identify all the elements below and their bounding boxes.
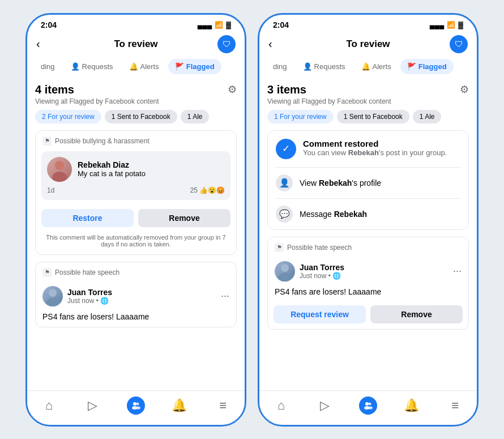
post-user-info-hate-1: Juan Torres Just now • 🌐 (42, 286, 112, 306)
post-text-rebekah-1: My cat is a fat potato (78, 169, 146, 178)
post-meta-1: 1d 25 👍😮😡 (47, 186, 225, 194)
items-count-1: 4 items (35, 83, 74, 96)
nav-bell-2[interactable]: 🔔 (399, 397, 424, 415)
message-icon-2: 💬 (276, 206, 293, 223)
nav-video-2[interactable]: ▷ (312, 397, 337, 415)
menu-icon-1: ≡ (219, 398, 227, 413)
avatar-juan-2 (275, 261, 295, 282)
flagged-icon-1: 🚩 (175, 62, 184, 71)
svg-point-9 (281, 264, 289, 272)
avatar-juan-1 (42, 286, 63, 306)
shield-icon-1[interactable]: 🛡 (217, 35, 236, 53)
post-text-hate-1: PS4 fans are losers! Laaaame (36, 310, 236, 327)
tab-ding-2[interactable]: ding (266, 59, 294, 74)
shield-icon-2[interactable]: 🛡 (450, 35, 468, 53)
nav-bell-1[interactable]: 🔔 (167, 397, 192, 415)
more-button-hate-1[interactable]: ··· (221, 290, 229, 302)
svg-point-3 (49, 289, 57, 297)
phone-1: 2:04 ▄▄▄ 📶 ▓ ‹ To review 🛡 ding 👤 Reques… (25, 13, 246, 427)
post-text-hate-2: PS4 fans are losers! Laaaame (268, 285, 468, 302)
restored-text-2: Comment restored You can view Rebekah's … (303, 139, 447, 157)
header-1: ‹ To review 🛡 (27, 32, 245, 59)
nav-home-2[interactable]: ⌂ (268, 397, 293, 415)
flagged-icon-2: 🚩 (407, 62, 416, 71)
nav-groups-2[interactable] (356, 397, 381, 415)
auto-remove-note-1: This comment will be automatically remov… (36, 232, 236, 254)
bell-icon-1: 🔔 (172, 398, 187, 413)
chip-for-review-1[interactable]: 2 For your review (35, 110, 101, 123)
battery-icon-1: ▓ (226, 21, 231, 29)
gear-icon-1[interactable]: ⚙ (228, 83, 237, 96)
review-button-2[interactable]: Request review (274, 305, 366, 323)
post-meta-juan-1: Just now • 🌐 (67, 297, 112, 305)
svg-point-11 (365, 402, 369, 406)
video-icon-1: ▷ (88, 398, 97, 413)
tab-flagged-1[interactable]: 🚩 Flagged (168, 59, 221, 74)
wifi-icon-2: 📶 (447, 21, 455, 29)
action-btns-1: Restore Remove (36, 204, 236, 232)
restored-title-2: Comment restored (303, 139, 447, 148)
battery-icon-2: ▓ (458, 21, 463, 29)
gear-icon-2[interactable]: ⚙ (460, 83, 469, 96)
chip-sent-2[interactable]: 1 Sent to Facebook (337, 110, 409, 123)
check-circle-icon-2: ✓ (276, 139, 296, 159)
filter-chips-2: 1 For your review 1 Sent to Facebook 1 A… (267, 110, 469, 123)
tabs-row-1: ding 👤 Requests 🔔 Alerts 🚩 Flagged (27, 59, 245, 79)
post-header-hate-1: Juan Torres Just now • 🌐 ··· (36, 280, 236, 310)
time-1: 2:04 (41, 20, 57, 29)
alerts-icon-2: 🔔 (361, 62, 370, 71)
profile-icon-2: 👤 (276, 174, 293, 191)
tab-alerts-1[interactable]: 🔔 Alerts (122, 59, 166, 74)
status-icons-1: ▄▄▄ 📶 ▓ (198, 21, 231, 29)
nav-video-1[interactable]: ▷ (80, 397, 105, 415)
avatar-rebekah-1 (47, 157, 72, 182)
page-title-2: To review (287, 39, 450, 50)
chip-for-review-2[interactable]: 1 For your review (267, 110, 334, 123)
tab-requests-2[interactable]: 👤 Requests (296, 59, 352, 74)
home-icon-1: ⌂ (45, 398, 53, 413)
tab-ding-1[interactable]: ding (34, 59, 62, 74)
phone-2: 2:04 ▄▄▄ 📶 ▓ ‹ To review 🛡 ding 👤 Reques… (258, 13, 479, 427)
tab-flagged-2[interactable]: 🚩 Flagged (400, 59, 454, 74)
post-user-details-hate-2: Juan Torres Just now • 🌐 (300, 263, 344, 280)
card-bullying-1: ⚑ Possible bullying & harassment (35, 130, 237, 255)
user-name-rebekah-1: Rebekah Diaz (78, 160, 146, 169)
svg-point-14 (368, 406, 373, 409)
signal-icon-1: ▄▄▄ (198, 21, 212, 29)
more-button-hate-2[interactable]: ··· (453, 265, 462, 277)
restore-button-1[interactable]: Restore (41, 209, 134, 227)
restored-header-2: ✓ Comment restored You can view Rebekah'… (276, 139, 460, 159)
chip-ale-1[interactable]: 1 Ale (181, 110, 210, 123)
post-header-hate-2: Juan Torres Just now • 🌐 ··· (268, 255, 468, 285)
status-icons-2: ▄▄▄ 📶 ▓ (430, 21, 463, 29)
tab-alerts-2[interactable]: 🔔 Alerts (354, 59, 398, 74)
remove-button-2[interactable]: Remove (370, 305, 463, 323)
content-1: 4 items ⚙ Viewing all Flagged by Faceboo… (27, 79, 245, 390)
tab-requests-1[interactable]: 👤 Requests (64, 59, 120, 74)
svg-point-10 (278, 273, 292, 282)
groups-icon-active-2 (359, 397, 377, 415)
menu-icon-2: ≡ (451, 398, 459, 413)
video-icon-2: ▷ (320, 398, 330, 413)
nav-menu-1[interactable]: ≡ (211, 397, 236, 415)
message-action-2[interactable]: 💬 Message Rebekah (276, 199, 460, 229)
post-name-juan-2: Juan Torres (300, 263, 344, 272)
chip-sent-1[interactable]: 1 Sent to Facebook (105, 110, 177, 123)
back-button-1[interactable]: ‹ (36, 37, 54, 50)
remove-button-1[interactable]: Remove (138, 209, 230, 227)
svg-point-12 (368, 402, 371, 405)
card-hate-2: ⚑ Possible hate speech Juan Torres (267, 237, 469, 330)
nav-menu-2[interactable]: ≡ (443, 397, 468, 415)
category-hate-1: ⚑ Possible hate speech (36, 262, 236, 280)
nav-groups-1[interactable] (123, 397, 148, 415)
nav-home-1[interactable]: ⌂ (36, 397, 61, 415)
svg-point-6 (136, 402, 139, 405)
back-button-2[interactable]: ‹ (268, 37, 287, 50)
items-subtitle-1: Viewing all Flagged by Facebook content (35, 97, 237, 105)
post-name-juan-1: Juan Torres (67, 288, 112, 297)
post-time-1: 1d (47, 186, 54, 194)
restored-subtitle-2: You can view Rebekah's post in your grou… (303, 148, 447, 157)
category-bullying-1: ⚑ Possible bullying & harassment (36, 131, 236, 149)
chip-ale-2[interactable]: 1 Ale (413, 110, 442, 123)
view-profile-action-2[interactable]: 👤 View Rebekah's profile (276, 168, 460, 199)
